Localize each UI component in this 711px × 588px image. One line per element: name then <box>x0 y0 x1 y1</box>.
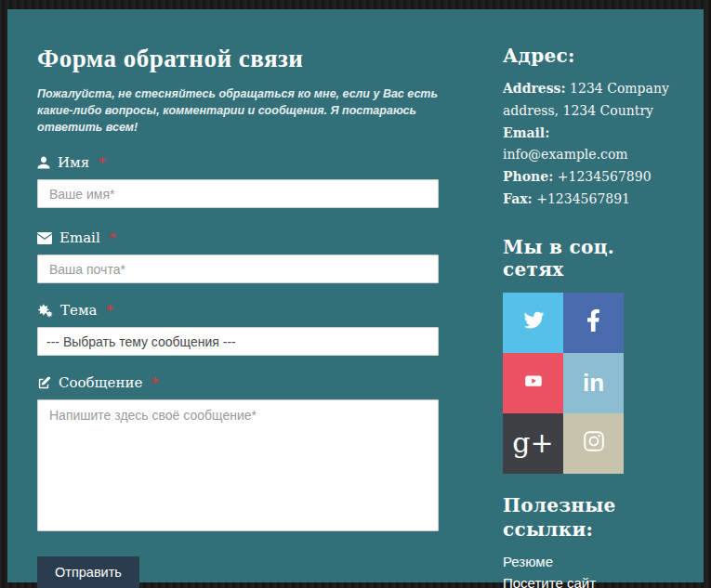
resume-link[interactable]: Резюме <box>503 551 674 572</box>
contact-form: Форма обратной связи Пожалуйста, не стес… <box>37 45 439 582</box>
linkedin-link[interactable]: in <box>563 353 624 413</box>
email-label-row: Email * <box>37 229 439 246</box>
submit-button[interactable]: Отправить <box>37 556 139 588</box>
cogs-icon <box>37 304 53 318</box>
required-marker: * <box>151 375 158 390</box>
required-marker: * <box>107 303 113 318</box>
instagram-icon <box>582 429 606 457</box>
fax-label: Fax: <box>503 191 533 206</box>
required-marker: * <box>99 155 105 170</box>
subject-select[interactable]: --- Выбрать тему сообщения --- <box>37 327 439 356</box>
useful-links: Резюме Посетите сайт <box>503 551 674 588</box>
twitter-icon <box>520 309 546 335</box>
edit-icon <box>37 376 51 390</box>
page-title: Форма обратной связи <box>37 45 439 73</box>
useful-links-heading: Полезные ссылки: <box>503 493 642 542</box>
google-plus-link[interactable]: g+ <box>503 413 563 474</box>
email-input[interactable] <box>37 255 439 283</box>
address-label: Address: <box>503 81 566 96</box>
visit-site-link[interactable]: Посетите сайт <box>503 572 674 588</box>
subject-label-row: Тема * <box>37 302 439 319</box>
email-label: Email <box>59 229 100 246</box>
name-label-row: Имя * <box>37 154 439 171</box>
linkedin-icon: in <box>583 371 604 395</box>
message-label: Сообщение <box>59 374 142 391</box>
address-block: Address: 1234 Company address, 1234 Coun… <box>503 78 674 211</box>
sidebar: Адрес: Address: 1234 Company address, 12… <box>503 45 674 582</box>
social-heading: Мы в соц. сетях <box>503 236 674 281</box>
subject-label: Тема <box>60 302 98 319</box>
message-label-row: Сообщение * <box>37 374 439 391</box>
phone-value: +1234567890 <box>553 169 651 184</box>
address-heading: Адрес: <box>503 45 674 67</box>
email-value: info@example.com <box>503 147 628 162</box>
google-plus-icon: g+ <box>512 429 553 457</box>
facebook-icon <box>586 307 600 337</box>
envelope-icon <box>37 232 52 244</box>
form-subtitle: Пожалуйста, не стесняйтесь обращаться ко… <box>37 85 439 136</box>
fax-value: +1234567891 <box>533 191 630 206</box>
youtube-icon <box>520 370 547 396</box>
name-label: Имя <box>58 154 89 171</box>
social-grid: in g+ <box>503 293 624 474</box>
required-marker: * <box>110 230 116 245</box>
user-icon <box>37 156 50 169</box>
youtube-link[interactable] <box>503 353 563 413</box>
phone-label: Phone: <box>503 169 553 184</box>
twitter-link[interactable] <box>503 293 563 353</box>
email-label: Email: <box>503 125 549 140</box>
message-textarea[interactable] <box>37 399 439 531</box>
name-input[interactable] <box>37 179 439 208</box>
facebook-link[interactable] <box>563 293 624 353</box>
contact-panel: Форма обратной связи Пожалуйста, не стес… <box>7 9 704 582</box>
instagram-link[interactable] <box>563 413 624 474</box>
